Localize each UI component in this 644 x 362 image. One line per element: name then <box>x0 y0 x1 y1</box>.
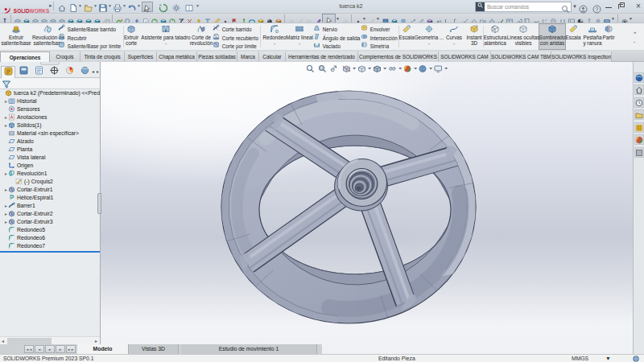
svg-text:?: ? <box>596 6 599 12</box>
